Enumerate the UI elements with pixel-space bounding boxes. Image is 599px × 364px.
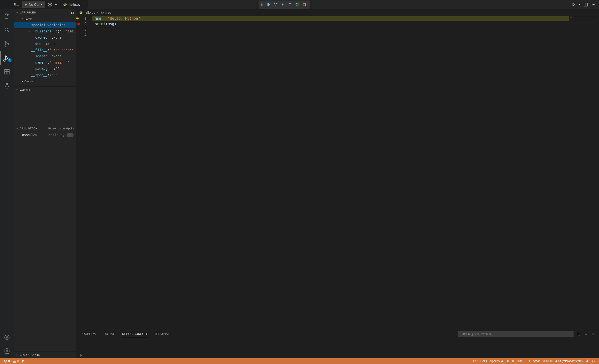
step-out-button[interactable]: [286, 1, 293, 8]
status-encoding[interactable]: UTF-8: [504, 358, 515, 364]
panel-tab[interactable]: DEBUG CONSOLE: [122, 332, 148, 337]
code-line[interactable]: [92, 32, 599, 38]
status-cursor[interactable]: Ln 1, Col 1: [472, 358, 488, 364]
breadcrumb[interactable]: hello.py msg: [76, 9, 599, 16]
chevron-right-icon: [96, 11, 99, 14]
step-over-button[interactable]: [272, 1, 279, 8]
watch-section-header[interactable]: WATCH: [14, 87, 76, 93]
code-line[interactable]: [92, 27, 599, 32]
gutter-row[interactable]: 1: [76, 16, 92, 21]
code-line[interactable]: print(msg): [92, 21, 599, 27]
breakpoint-icon[interactable]: [77, 23, 80, 25]
status-eol[interactable]: CRLF: [515, 358, 526, 364]
variable-row[interactable]: Globals: [14, 78, 76, 85]
filter-input[interactable]: [458, 331, 573, 337]
breakpoints-section-header[interactable]: BREAKPOINTS: [14, 352, 76, 358]
svg-point-30: [6, 336, 8, 338]
variables-section-header[interactable]: VARIABLES: [14, 9, 76, 16]
svg-point-1: [55, 4, 56, 5]
svg-point-19: [5, 28, 8, 31]
callstack-section-header[interactable]: CALL STACK Paused on breakpoint: [14, 125, 76, 132]
editor-tab[interactable]: hello.py ×: [60, 0, 88, 9]
section-title: VARIABLES: [20, 11, 36, 14]
accounts-icon[interactable]: [0, 330, 14, 344]
gutter-row[interactable]: 2: [76, 21, 92, 27]
variable-row[interactable]: __cached__: None: [14, 35, 76, 41]
status-interpreter[interactable]: 3.10.10 64-bit (microsoft store): [542, 358, 584, 364]
variable-row[interactable]: __loader__: None: [14, 53, 76, 60]
grip-icon[interactable]: [260, 3, 264, 6]
section-title: WATCH: [20, 89, 30, 91]
svg-point-9: [262, 5, 263, 6]
chevron-right-icon: [15, 353, 19, 356]
gear-icon[interactable]: [47, 0, 53, 9]
status-language[interactable]: Python: [526, 358, 542, 364]
play-icon: [24, 3, 27, 6]
python-file-icon: [63, 3, 67, 7]
list-icon[interactable]: [575, 331, 581, 337]
python-file-icon: [79, 11, 83, 14]
step-into-button[interactable]: [279, 1, 286, 8]
status-indent[interactable]: Spaces: 4: [489, 358, 504, 364]
panel-tab[interactable]: TERMINAL: [155, 332, 170, 336]
svg-point-8: [262, 4, 263, 5]
editor-more-icon[interactable]: [590, 0, 597, 9]
svg-point-10: [275, 6, 276, 6]
source-control-tab[interactable]: [0, 37, 14, 51]
tab-close-icon[interactable]: ×: [83, 2, 85, 7]
svg-rect-32: [71, 11, 73, 13]
stop-button[interactable]: [300, 1, 308, 8]
run-debug-tab[interactable]: 1: [0, 51, 14, 65]
svg-point-17: [593, 4, 594, 5]
variable-row[interactable]: __package__: '': [14, 66, 76, 72]
svg-point-22: [5, 45, 6, 46]
gutter-row[interactable]: 4: [76, 32, 92, 38]
panel-tab[interactable]: PROBLEMS: [81, 332, 97, 336]
section-title: BREAKPOINTS: [20, 354, 40, 356]
extensions-tab[interactable]: [0, 65, 14, 79]
search-tab[interactable]: [0, 23, 14, 37]
testing-tab[interactable]: [0, 79, 14, 93]
variable-row[interactable]: __name__: '__main__': [14, 60, 76, 66]
run-dropdown-icon[interactable]: [577, 0, 582, 9]
more-icon[interactable]: [53, 0, 60, 9]
gutter-row[interactable]: 3: [76, 27, 92, 32]
restart-button[interactable]: [293, 1, 300, 8]
debug-side-panel: VARIABLES Localsspecial variables__built…: [14, 9, 76, 358]
stack-frame[interactable]: <module> hello.py 1:1: [14, 132, 76, 138]
status-warnings[interactable]: 0: [11, 358, 20, 364]
breadcrumb-file: hello.py: [84, 10, 95, 14]
explorer-tab[interactable]: [0, 9, 14, 23]
debug-config-selector[interactable]: No Cor: [22, 1, 45, 8]
activity-bar: 1: [0, 9, 14, 358]
variable-row[interactable]: __doc__: None: [14, 41, 76, 47]
variable-row[interactable]: __spec__: None: [14, 72, 76, 78]
chevron-up-icon[interactable]: [583, 331, 589, 337]
split-editor-icon[interactable]: [582, 0, 589, 9]
status-debug-icon[interactable]: [20, 358, 27, 364]
settings-icon[interactable]: [0, 344, 14, 358]
svg-point-21: [5, 42, 6, 43]
run-button[interactable]: [570, 0, 577, 9]
status-bell-icon[interactable]: [590, 358, 597, 364]
svg-rect-13: [303, 3, 305, 6]
collapse-all-icon[interactable]: [70, 10, 74, 14]
svg-point-16: [592, 4, 592, 5]
status-feedback-icon[interactable]: [584, 358, 590, 364]
repl-chevron-icon[interactable]: [79, 354, 83, 357]
breadcrumb-symbol: msg: [105, 10, 111, 14]
variable-row[interactable]: __file__: 'C:\\Users\\…: [14, 47, 76, 53]
variable-row[interactable]: Locals: [14, 16, 76, 22]
status-errors[interactable]: 0: [2, 358, 11, 364]
panel-tab[interactable]: OUTPUT: [104, 332, 116, 336]
variable-row[interactable]: special variables: [14, 22, 76, 28]
variable-row[interactable]: __builtins__: {'__name…: [14, 28, 76, 35]
close-panel-icon[interactable]: [590, 331, 597, 337]
svg-point-4: [261, 3, 262, 4]
tab-title: hello.py: [69, 3, 80, 7]
status-bar: 0 0 Ln 1, Col 1 Spaces: 4 UTF-8 CRLF Pyt…: [0, 358, 599, 364]
continue-button[interactable]: [264, 1, 272, 8]
svg-point-7: [262, 3, 263, 4]
symbol-variable-icon: [100, 11, 104, 14]
svg-point-31: [6, 351, 8, 352]
